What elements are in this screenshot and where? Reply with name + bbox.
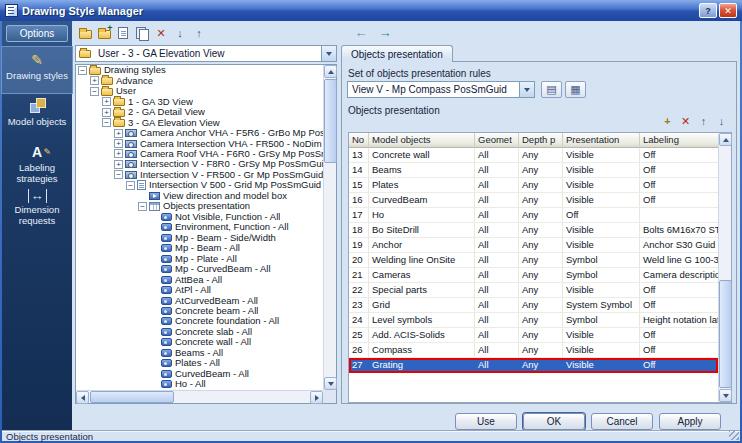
table-row-ho[interactable]: 17HoAllAnyOff — [349, 208, 718, 223]
scroll-thumb[interactable] — [90, 391, 174, 403]
expand-icon[interactable]: + — [114, 160, 123, 169]
column-header-no[interactable]: No — [349, 133, 369, 148]
use-button[interactable]: Use — [455, 413, 517, 430]
tree-item-2-ga-detail-view[interactable]: +2 - GA Detail View — [76, 107, 323, 117]
tree-item-user[interactable]: −User — [76, 86, 323, 96]
rule-set-combo[interactable]: View V - Mp Compass PosSmGuid — [347, 81, 535, 98]
resize-grip[interactable] — [729, 430, 739, 440]
table-row-grating[interactable]: 27GratingAllAnyVisibleOff — [349, 358, 718, 373]
table-row-compass[interactable]: 26CompassAllAnyVisibleOff — [349, 343, 718, 358]
tree-item-intersection-v-f8r0-grsy-mp-possmguid[interactable]: +Intersection V - F8R0 - GrSy Mp PosSmGu… — [76, 159, 323, 169]
tab-objects-presentation[interactable]: Objects presentation — [341, 45, 453, 62]
table-vertical-scrollbar[interactable] — [718, 133, 731, 402]
scroll-thumb[interactable] — [324, 79, 337, 163]
new-rule-set-button[interactable]: ▤ — [541, 81, 562, 98]
column-header-labeling[interactable]: Labeling — [640, 133, 718, 148]
scroll-down-button[interactable] — [324, 377, 337, 390]
tree-item-beams-all[interactable]: Beams - All — [76, 348, 323, 358]
tree-item-ho-all[interactable]: Ho - All — [76, 379, 323, 389]
tree-item-concrete-slab-all[interactable]: Concrete slab - All — [76, 327, 323, 337]
close-button[interactable]: ✕ — [719, 3, 737, 18]
scroll-thumb[interactable] — [719, 280, 732, 388]
sidebar-item-dimension-requests[interactable]: ↔Dimension requests — [2, 185, 72, 231]
column-header-model-objects[interactable]: Model objects — [369, 133, 475, 148]
options-button[interactable]: Options — [6, 25, 68, 42]
tree-item-1-ga-3d-view[interactable]: +1 - GA 3D View — [76, 96, 323, 106]
delete-rule-button[interactable]: ✕ — [677, 114, 694, 129]
collapse-icon[interactable]: − — [90, 87, 99, 96]
table-row-grid[interactable]: 23GridAllAnySystem SymbolOff — [349, 298, 718, 313]
scroll-down-button[interactable] — [719, 389, 732, 402]
cancel-button[interactable]: Cancel — [591, 413, 653, 430]
tree-item-objects-presentation[interactable]: −Objects presentation — [76, 201, 323, 211]
help-button[interactable]: ? — [699, 3, 717, 18]
collapse-icon[interactable]: − — [126, 181, 135, 190]
tree-item-concrete-wall-all[interactable]: Concrete wall - All — [76, 337, 323, 347]
tree-item-curvedbeam-all[interactable]: CurvedBeam - All — [76, 369, 323, 379]
table-row-special-parts[interactable]: 22Special partsAllAnyVisibleOff — [349, 283, 718, 298]
table-row-plates[interactable]: 15PlatesAllAnyVisibleOff — [349, 178, 718, 193]
expand-icon[interactable]: + — [114, 139, 123, 148]
tree-item-intersection-v-fr500-gr-mp-possmguid[interactable]: −Intersection V - FR500 - Gr Mp PosSmGui… — [76, 170, 323, 180]
table-row-welding-line-onsite[interactable]: 20Welding line OnSiteAllAnySymbolWeld li… — [349, 253, 718, 268]
delete-style-button[interactable]: ✕ — [152, 24, 170, 42]
dropdown-arrow-icon[interactable] — [519, 82, 534, 97]
tree-item-camera-intersection-vha-fr500-nodim-mp-possm[interactable]: +Camera Intersection VHA - FR500 - NoDim… — [76, 138, 323, 148]
tree-item-mp-beam-side-width[interactable]: Mp - Beam - Side/Width — [76, 233, 323, 243]
tree-vertical-scrollbar[interactable] — [323, 65, 336, 390]
tree-item-environment-function-all[interactable]: Environment, Function - All — [76, 222, 323, 232]
back-button[interactable]: ← — [352, 24, 370, 42]
tree-item-atpl-all[interactable]: AtPl - All — [76, 285, 323, 295]
collapse-icon[interactable]: − — [114, 170, 123, 179]
scroll-up-button[interactable] — [719, 133, 732, 146]
tree-item-mp-beam-all[interactable]: Mp - Beam - All — [76, 243, 323, 253]
column-header-geomet[interactable]: Geomet — [475, 133, 519, 148]
tree-item-camera-roof-vha-f6r0-grsy-mp-possmguid[interactable]: +Camera Roof VHA - F6R0 - GrSy Mp PosSmG… — [76, 149, 323, 159]
tree-horizontal-scrollbar[interactable] — [76, 390, 323, 403]
manage-rule-sets-button[interactable]: ▦ — [565, 81, 586, 98]
table-row-concrete-wall[interactable]: 13Concrete wallAllAnyVisibleOff — [349, 148, 718, 163]
expand-icon[interactable]: + — [114, 149, 123, 158]
sidebar-item-model-objects[interactable]: Model objects — [2, 93, 72, 139]
tree-item-mp-plate-all[interactable]: Mp - Plate - All — [76, 253, 323, 263]
tree-item-advance[interactable]: +Advance — [76, 75, 323, 85]
column-header-presentation[interactable]: Presentation — [563, 133, 640, 148]
collapse-icon[interactable]: − — [138, 202, 147, 211]
sidebar-item-labeling-strategies[interactable]: ALabeling strategies — [2, 139, 72, 185]
tree-item-not-visible-function-all[interactable]: Not Visible, Function - All — [76, 212, 323, 222]
column-header-depth-p[interactable]: Depth p — [519, 133, 563, 148]
tree-item-3-ga-elevation-view[interactable]: −3 - GA Elevation View — [76, 117, 323, 127]
add-rule-button[interactable]: + — [659, 114, 676, 129]
table-row-add-acis-solids[interactable]: 25Add. ACIS-SolidsAllAnyVisibleOff — [349, 328, 718, 343]
sidebar-item-drawing-styles[interactable]: ✎Drawing styles — [2, 47, 72, 93]
tree-item-attbea-all[interactable]: AttBea - All — [76, 274, 323, 284]
tree-item-intersection-v-500-grid-mp-possmguid-1-20-cx[interactable]: −Intersection V 500 - Grid Mp PosSmGuid … — [76, 180, 323, 190]
table-row-bo-sitedrill[interactable]: 18Bo SiteDrillAllAnyVisibleBolts 6M16x70… — [349, 223, 718, 238]
style-combo[interactable]: User - 3 - GA Elevation View — [75, 45, 337, 62]
dropdown-arrow-icon[interactable] — [321, 46, 336, 61]
collapse-icon[interactable]: − — [78, 66, 87, 75]
tree-item-atcurvedbeam-all[interactable]: AtCurvedBeam - All — [76, 295, 323, 305]
tree-item-concrete-beam-all[interactable]: Concrete beam - All — [76, 306, 323, 316]
apply-button[interactable]: Apply — [659, 413, 721, 430]
table-row-beams[interactable]: 14BeamsAllAnyVisibleOff — [349, 163, 718, 178]
table-row-cameras[interactable]: 21CamerasAllAnySymbolCamera descriptio — [349, 268, 718, 283]
scroll-right-button[interactable] — [310, 391, 323, 404]
export-styles-button[interactable]: ↑ — [190, 24, 208, 42]
table-row-anchor[interactable]: 19AnchorAllAnyVisibleAnchor S30 Guid G — [349, 238, 718, 253]
scroll-left-button[interactable] — [76, 391, 89, 404]
copy-style-button[interactable] — [133, 24, 151, 42]
scroll-up-button[interactable] — [324, 65, 337, 78]
table-row-level-symbols[interactable]: 24Level symbolsAllAnySymbolHeight notati… — [349, 313, 718, 328]
expand-icon[interactable]: + — [102, 108, 111, 117]
collapse-icon[interactable]: − — [102, 118, 111, 127]
expand-icon[interactable]: + — [102, 97, 111, 106]
tree-item-camera-anchor-vha-f5r6-grbo-mp-possmguid[interactable]: +Camera Anchor VHA - F5R6 - GrBo Mp PosS… — [76, 128, 323, 138]
open-style-button[interactable] — [76, 24, 94, 42]
move-rule-down-button[interactable]: ↓ — [713, 114, 730, 129]
forward-button[interactable]: → — [376, 24, 394, 42]
new-category-button[interactable] — [95, 24, 113, 42]
table-row-curvedbeam[interactable]: 16CurvedBeamAllAnyVisibleOff — [349, 193, 718, 208]
tree-item-drawing-styles[interactable]: −Drawing styles — [76, 65, 323, 75]
tree-item-mp-curvedbeam-all[interactable]: Mp - CurvedBeam - All — [76, 264, 323, 274]
